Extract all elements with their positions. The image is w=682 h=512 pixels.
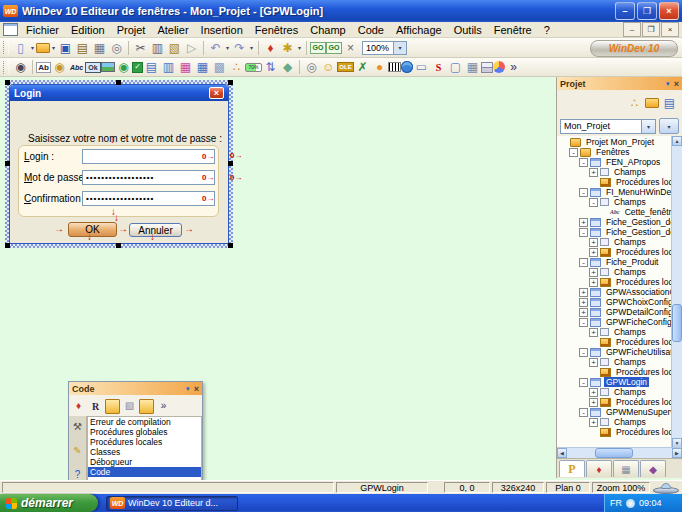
start-button[interactable]: démarrer bbox=[0, 494, 98, 512]
taskbar-task-button[interactable]: WinDev 10 Editeur d... bbox=[106, 496, 238, 511]
open-file-icon[interactable] bbox=[36, 43, 50, 53]
expand-toggle[interactable]: - bbox=[569, 148, 578, 157]
expand-toggle[interactable]: + bbox=[589, 418, 598, 427]
ufo-icon[interactable] bbox=[652, 482, 680, 494]
menu-fen-tre[interactable]: Fenêtre bbox=[488, 22, 538, 37]
combo-dropdown-arrow[interactable] bbox=[641, 120, 655, 133]
tree-item-proc-dures-locales[interactable]: Procédures locales bbox=[557, 367, 671, 377]
tree-item-proc-dures-locales[interactable]: Procédures locales bbox=[557, 337, 671, 347]
ok-button-design[interactable]: OK bbox=[68, 222, 117, 237]
login-close-icon[interactable] bbox=[209, 87, 224, 99]
tree-item-gpwficheconfiguration[interactable]: -GPWFicheConfiguration bbox=[557, 317, 671, 327]
combo-control-icon[interactable]: ▥ bbox=[160, 59, 177, 75]
next-procedure-icon[interactable] bbox=[139, 399, 154, 414]
expand-toggle[interactable]: + bbox=[579, 298, 588, 307]
filter-icon[interactable] bbox=[185, 386, 191, 392]
menu-outils[interactable]: Outils bbox=[448, 22, 488, 37]
tree-item-proc-dures-locales[interactable]: +Procédures locales bbox=[557, 397, 671, 407]
spin-control-icon[interactable]: ⇅ bbox=[262, 59, 279, 75]
expand-toggle[interactable]: + bbox=[589, 398, 598, 407]
resize-handle[interactable] bbox=[5, 243, 10, 248]
tree-item-gpwmenusuperviseur[interactable]: -GPWMenuSuperviseur bbox=[557, 407, 671, 417]
cancel-button-design[interactable]: Annuler bbox=[129, 223, 182, 237]
expand-toggle[interactable]: - bbox=[579, 378, 588, 387]
project-panel-titlebar[interactable]: Projet bbox=[557, 77, 682, 90]
more-code-tools-icon[interactable]: » bbox=[156, 399, 171, 414]
format-brush-icon[interactable]: ▷ bbox=[183, 40, 200, 56]
tree-item-fiche-gestion-des-entr-es[interactable]: +Fiche_Gestion_des_Entrées bbox=[557, 217, 671, 227]
ok-button-control-icon[interactable]: Ok bbox=[85, 62, 101, 73]
print-icon[interactable]: ▦ bbox=[91, 40, 108, 56]
tree-item-gpwdetailconfiguration[interactable]: +GPWDetailConfiguration bbox=[557, 307, 671, 317]
internal-window-control-icon[interactable]: ▢ bbox=[447, 59, 464, 75]
copy-icon[interactable]: ▥ bbox=[149, 40, 166, 56]
menu-projet[interactable]: Projet bbox=[111, 22, 152, 37]
expand-toggle[interactable]: - bbox=[579, 188, 588, 197]
minimize-button[interactable] bbox=[615, 2, 635, 20]
cut-icon[interactable]: ✂ bbox=[132, 40, 149, 56]
resize-handle[interactable] bbox=[228, 243, 233, 248]
menu-edition[interactable]: Edition bbox=[65, 22, 111, 37]
selection-code-icon[interactable]: ▧ bbox=[122, 399, 137, 414]
report-viewer-control-icon[interactable]: ▭ bbox=[413, 59, 430, 75]
expand-toggle[interactable]: - bbox=[579, 228, 588, 237]
analysis-icon[interactable]: ♦ bbox=[262, 40, 279, 56]
slider-control-icon[interactable]: ◆ bbox=[279, 59, 296, 75]
zoom-value[interactable]: 100% bbox=[362, 41, 394, 55]
tree-item-champs[interactable]: +Champs bbox=[557, 327, 671, 337]
login-client-area[interactable]: Saisissez votre nom et votre mot de pass… bbox=[10, 101, 228, 243]
tree-item-proc-dures-locales[interactable]: +Procédures locales bbox=[557, 247, 671, 257]
view-folders-icon[interactable] bbox=[645, 98, 659, 108]
code-item-d-bogueur[interactable]: Débogueur bbox=[88, 457, 201, 467]
tree-item-champs[interactable]: +Champs bbox=[557, 267, 671, 277]
close-icon[interactable] bbox=[194, 384, 199, 394]
expand-toggle[interactable]: + bbox=[589, 268, 598, 277]
scroll-right-arrow[interactable] bbox=[672, 448, 682, 458]
options-gear-icon[interactable]: ✱ bbox=[279, 40, 296, 56]
tab-documentation[interactable]: ▦ bbox=[613, 460, 639, 477]
vertical-scrollbar[interactable] bbox=[671, 136, 682, 448]
expand-toggle[interactable]: - bbox=[579, 158, 588, 167]
resize-handle[interactable] bbox=[116, 243, 121, 248]
tree-item-champs[interactable]: +Champs bbox=[557, 237, 671, 247]
edit-control-2[interactable]: •••••••••••••••••• bbox=[82, 170, 215, 185]
language-indicator[interactable]: FR bbox=[610, 498, 622, 508]
toolbar-grip[interactable] bbox=[3, 41, 9, 54]
expand-toggle[interactable]: - bbox=[579, 318, 588, 327]
resize-handle[interactable] bbox=[228, 80, 233, 85]
tree-item-fiche-produit[interactable]: -Fiche_Produit bbox=[557, 257, 671, 267]
expand-toggle[interactable]: + bbox=[589, 238, 598, 247]
tree-item-champs[interactable]: +Champs bbox=[557, 387, 671, 397]
expand-toggle[interactable]: + bbox=[589, 168, 598, 177]
previous-procedure-icon[interactable] bbox=[105, 399, 120, 414]
scrollbar-thumb[interactable] bbox=[672, 304, 682, 342]
selection-border[interactable]: Login Saisissez votre nom et votre mot d… bbox=[5, 80, 233, 248]
tree-item-champs[interactable]: -Champs bbox=[557, 197, 671, 207]
code-item-classes[interactable]: Classes bbox=[88, 447, 201, 457]
expand-toggle[interactable]: + bbox=[589, 328, 598, 337]
button-control-icon[interactable]: ◉ bbox=[51, 59, 68, 75]
code-panel-titlebar[interactable]: Code bbox=[69, 382, 202, 395]
compile-tools-icon[interactable]: ⚒ bbox=[71, 420, 85, 434]
tree-item-champs[interactable]: +Champs bbox=[557, 417, 671, 427]
new-file-icon[interactable]: ▯ bbox=[12, 40, 29, 56]
code-item-proc-dures-locales[interactable]: Procédures locales bbox=[88, 437, 201, 447]
scroll-up-arrow[interactable] bbox=[672, 136, 682, 146]
more-controls-icon[interactable]: » bbox=[505, 59, 522, 75]
treeview-control-icon[interactable]: ∴ bbox=[228, 59, 245, 75]
shape-control-icon[interactable]: ● bbox=[371, 59, 388, 75]
resize-handle[interactable] bbox=[5, 80, 10, 85]
html-control-icon[interactable] bbox=[401, 61, 413, 73]
mdi-restore-button[interactable] bbox=[642, 22, 660, 37]
superfield-control-icon[interactable]: S bbox=[430, 59, 447, 75]
menu-champ[interactable]: Champ bbox=[304, 22, 351, 37]
select-mode-icon[interactable]: ◉ bbox=[12, 59, 29, 75]
tree-item-fen-tres[interactable]: -Fenêtres bbox=[557, 147, 671, 157]
view-details-icon[interactable]: ▤ bbox=[661, 95, 678, 111]
close-button[interactable] bbox=[659, 2, 679, 20]
conference-control-icon[interactable]: ☺ bbox=[320, 59, 337, 75]
test-window-icon[interactable]: GO bbox=[326, 42, 342, 54]
project-list-icon[interactable]: ▤ bbox=[74, 40, 91, 56]
resize-handle[interactable] bbox=[5, 161, 10, 166]
code-elements-icon[interactable]: ♦ bbox=[71, 399, 86, 414]
